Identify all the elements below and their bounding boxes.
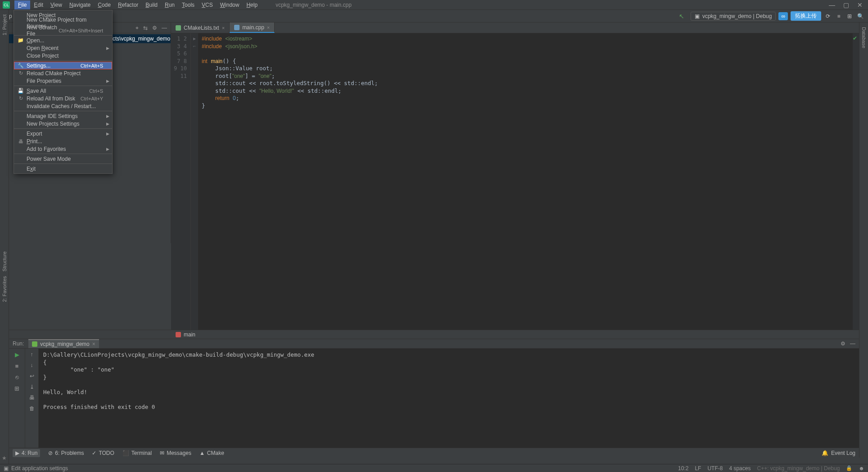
close-icon[interactable]: ×	[222, 25, 225, 31]
down-stack-icon[interactable]: ↓	[31, 362, 33, 368]
bottom-tool-6-problems[interactable]: ⊘6: Problems	[48, 450, 84, 456]
menu-item-label: Reload CMake Project	[27, 70, 81, 77]
file-menu-save-all[interactable]: 💾Save AllCtrl+S	[14, 87, 112, 95]
file-menu-invalidate-caches-restart[interactable]: Invalidate Caches / Restart...	[14, 102, 112, 110]
readonly-lock-icon[interactable]: 🔒	[846, 465, 852, 471]
file-menu-export[interactable]: Export▶	[14, 130, 112, 137]
print-icon[interactable]: 🖶	[29, 395, 35, 401]
tool-label: 4: Run	[22, 450, 37, 456]
file-menu-exit[interactable]: Exit	[14, 165, 112, 172]
inspection-profile-icon[interactable]: ☻	[859, 465, 864, 472]
file-menu-new-projects-settings[interactable]: New Projects Settings▶	[14, 120, 112, 127]
code-area[interactable]: #include <iostream> #include <json/json.…	[198, 33, 853, 330]
structure-tool-button[interactable]: Structure	[2, 251, 7, 272]
hide-icon[interactable]: —	[162, 25, 167, 31]
editor-tabs: CMakeLists.txt×main.cpp×	[171, 23, 859, 33]
file-menu-open-recent[interactable]: Open Recent▶	[14, 44, 112, 52]
tab-label: main.cpp	[242, 24, 264, 31]
window-maximize-icon[interactable]: ▢	[843, 1, 849, 9]
menu-file[interactable]: File	[14, 0, 30, 9]
file-menu-settings[interactable]: 🔧Settings...Ctrl+Alt+S	[14, 62, 112, 69]
file-menu-add-to-favorites[interactable]: Add to Favorites▶	[14, 145, 112, 153]
breadcrumb-function[interactable]: main	[184, 331, 195, 338]
menu-item-label: Close Project	[27, 53, 59, 59]
editor-tab-CMakeLists-txt[interactable]: CMakeLists.txt×	[171, 23, 230, 33]
file-menu-dropdown: New ProjectNew CMake Project from Source…	[14, 10, 113, 174]
file-menu-print[interactable]: 🖶Print...	[14, 137, 112, 145]
tool-windows-icon[interactable]: ▣	[4, 465, 9, 472]
locate-icon[interactable]: ⌖	[136, 25, 139, 31]
file-menu-new-scratch-file[interactable]: New Scratch FileCtrl+Alt+Shift+Insert	[14, 27, 112, 34]
run-hide-icon[interactable]: —	[850, 340, 855, 347]
menu-item-label: Exit	[27, 166, 36, 172]
file-menu-manage-ide-settings[interactable]: Manage IDE Settings▶	[14, 112, 112, 120]
file-menu-reload-cmake-project[interactable]: ↻Reload CMake Project	[14, 69, 112, 77]
database-tool-button[interactable]: Database	[861, 27, 867, 48]
layout-settings-icon[interactable]: ⊞	[845, 12, 854, 20]
line-separator[interactable]: LF	[695, 465, 701, 472]
file-menu-reload-all-from-disk[interactable]: ↻Reload All from DiskCtrl+Alt+Y	[14, 95, 112, 102]
menu-navigate[interactable]: Navigate	[66, 0, 94, 9]
search-everywhere-icon[interactable]: 🔍	[856, 12, 864, 20]
indent-setting[interactable]: 4 spaces	[729, 465, 750, 472]
menu-window[interactable]: Window	[217, 0, 243, 9]
upload-button[interactable]: 拓换上传	[791, 11, 821, 21]
menu-help[interactable]: Help	[243, 0, 261, 9]
menu-item-label: New Projects Settings	[27, 121, 79, 127]
stop-icon[interactable]: ■	[15, 363, 19, 369]
context-label[interactable]: C++: vcpkg_mingw_demo | Debug	[757, 465, 840, 472]
run-tab[interactable]: vcpkg_mingw_demo ×	[28, 339, 99, 348]
caret-position[interactable]: 10:2	[678, 465, 688, 472]
close-icon[interactable]: ×	[92, 341, 95, 347]
bottom-tool-cmake[interactable]: ▲CMake	[199, 450, 224, 456]
menu-item-label: Reload All from Disk	[27, 95, 75, 102]
window-minimize-icon[interactable]: —	[829, 1, 835, 9]
layout-icon[interactable]: ⊞	[14, 385, 19, 392]
menu-tools[interactable]: Tools	[178, 0, 198, 9]
file-encoding[interactable]: UTF-8	[707, 465, 723, 472]
up-stack-icon[interactable]: ↑	[31, 351, 33, 358]
window-close-icon[interactable]: ✕	[857, 1, 863, 9]
exit-icon[interactable]: ⎋	[15, 374, 19, 381]
tool-label: Terminal	[131, 450, 152, 456]
trash-icon[interactable]: 🗑	[29, 405, 35, 412]
nav-back-icon[interactable]: ↖	[679, 13, 684, 20]
run-config-selector[interactable]: ▣ vcpkg_mingw_demo | Debug	[691, 12, 776, 21]
status-bar: ▣ Edit application settings 10:2 LF UTF-…	[0, 464, 868, 472]
soft-wrap-icon[interactable]: ↩	[30, 373, 34, 379]
star-icon[interactable]: ★	[2, 455, 7, 461]
menu-code[interactable]: Code	[94, 0, 114, 9]
chevron-right-icon: ▶	[106, 114, 109, 118]
event-log-button[interactable]: Event Log	[831, 450, 855, 456]
rerun-icon[interactable]: ▶	[15, 351, 19, 358]
menu-edit[interactable]: Edit	[30, 0, 47, 9]
favorites-tool-button[interactable]: 2: Favorites	[2, 276, 7, 302]
project-tool-button[interactable]: 1: Project	[2, 14, 7, 35]
inspection-ok-icon[interactable]: ✔	[853, 35, 857, 41]
cmake-file-icon	[176, 25, 181, 31]
stop-icon[interactable]: ■	[835, 12, 843, 20]
menu-refactor[interactable]: Refactor	[114, 0, 142, 9]
file-menu-open[interactable]: 📁Open...	[14, 36, 112, 44]
menu-view[interactable]: View	[47, 0, 66, 9]
file-menu-file-properties[interactable]: File Properties▶	[14, 77, 112, 85]
bottom-tool-terminal[interactable]: ⬛Terminal	[122, 450, 152, 456]
editor-tab-main-cpp[interactable]: main.cpp×	[230, 23, 275, 33]
update-running-app-icon[interactable]: ⟳	[824, 12, 832, 20]
expand-icon[interactable]: ⇆	[143, 25, 148, 31]
scroll-end-icon[interactable]: ⤓	[30, 384, 34, 390]
file-menu-close-project[interactable]: Close Project	[14, 52, 112, 59]
cloud-sync-badge[interactable]: ∞	[778, 12, 788, 20]
bottom-tool-todo[interactable]: ✓TODO	[92, 450, 114, 456]
menu-run[interactable]: Run	[161, 0, 178, 9]
gear-icon[interactable]: ⚙	[152, 25, 157, 31]
run-console-output[interactable]: D:\Gallery\CLionProjects\vcpkg_mingw_dem…	[39, 349, 859, 448]
bottom-tool-4-run[interactable]: ▶4: Run	[13, 449, 40, 457]
menu-build[interactable]: Build	[142, 0, 161, 9]
run-settings-icon[interactable]: ⚙	[841, 340, 845, 347]
title-bar: CL FileEditViewNavigateCodeRefactorBuild…	[0, 0, 868, 10]
menu-vcs[interactable]: VCS	[198, 0, 217, 9]
bottom-tool-messages[interactable]: ✉Messages	[160, 450, 191, 456]
close-icon[interactable]: ×	[267, 25, 270, 30]
file-menu-power-save-mode[interactable]: Power Save Mode	[14, 155, 112, 163]
